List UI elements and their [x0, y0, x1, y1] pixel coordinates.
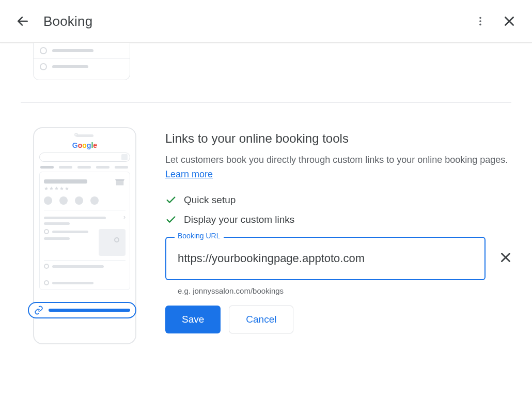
vertical-dots-icon: [475, 16, 486, 27]
check-icon: [165, 194, 177, 206]
feature-quick-setup: Quick setup: [165, 194, 512, 206]
link-icon: [34, 306, 43, 315]
check-icon: [165, 214, 177, 225]
google-logo: Google: [39, 141, 130, 149]
close-icon: [503, 14, 516, 28]
clear-input-button[interactable]: [499, 251, 512, 266]
save-button[interactable]: Save: [165, 306, 221, 333]
booking-links-section: Links to your online booking tools Let c…: [165, 119, 512, 344]
map-thumbnail: [99, 229, 126, 256]
section-subtext: Let customers book you directly through …: [165, 153, 512, 182]
close-icon: [499, 251, 512, 264]
booking-url-field: Booking URL: [165, 237, 486, 280]
preview-search-bar: [39, 153, 130, 162]
cancel-button[interactable]: Cancel: [229, 306, 293, 333]
back-button[interactable]: [12, 11, 33, 32]
learn-more-link[interactable]: Learn more: [165, 169, 213, 179]
chevron-right-icon: ›: [123, 214, 126, 221]
arrow-left-icon: [16, 14, 29, 28]
booking-url-label: Booking URL: [175, 232, 224, 240]
svg-point-3: [479, 24, 481, 26]
link-highlight: [28, 302, 136, 318]
page-title: Booking: [43, 13, 92, 29]
booking-url-hint: e.g. jonnyssalon.com/bookings: [178, 286, 512, 295]
feature-display-links: Display your custom links: [165, 214, 512, 225]
svg-point-1: [479, 17, 481, 19]
app-bar: Booking: [0, 0, 532, 43]
preview-fragment: [33, 43, 130, 80]
store-icon: [114, 176, 126, 188]
booking-url-input[interactable]: [165, 237, 486, 280]
close-button[interactable]: [499, 11, 520, 32]
section-heading: Links to your online booking tools: [165, 131, 512, 146]
svg-point-2: [479, 20, 481, 22]
section-divider: [21, 102, 511, 103]
phone-preview: Google ★★★★★ ›: [33, 127, 136, 344]
more-options-button[interactable]: [470, 11, 491, 32]
